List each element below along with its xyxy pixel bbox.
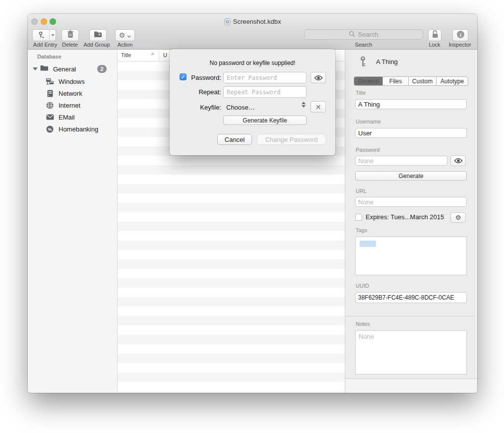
tab-custom[interactable]: Custom — [409, 77, 437, 85]
tag-pill[interactable] — [360, 241, 376, 247]
window-chrome: Screenshot.kdbx + Add Entry Delete — [28, 14, 477, 50]
dialog-keyfile-label: Keyfile: — [177, 104, 221, 111]
username-field[interactable] — [355, 128, 467, 138]
password-field[interactable] — [355, 156, 447, 166]
inspector-button[interactable]: i — [452, 29, 468, 41]
folder-icon — [40, 64, 49, 73]
eye-icon — [454, 158, 463, 164]
sidebar-item-label: General — [53, 65, 76, 73]
lock-open-icon — [431, 30, 439, 41]
tab-autotype[interactable]: Autotype — [437, 77, 468, 85]
svg-text:+: + — [98, 32, 101, 37]
eye-icon — [314, 75, 323, 81]
keyfile-popup[interactable]: Choose… — [226, 104, 255, 111]
inspector-label: Inspector — [448, 42, 471, 48]
repeat-password-input[interactable] — [223, 86, 307, 98]
sidebar-item-label: EMail — [59, 114, 75, 121]
column-header-title[interactable]: Title — [121, 52, 131, 58]
cancel-button[interactable]: Cancel — [217, 134, 252, 145]
sidebar-item-email[interactable]: EMail — [28, 112, 117, 123]
section-divider — [345, 316, 477, 316]
sidebar-item-network[interactable]: Network — [28, 88, 117, 99]
add-group-button[interactable]: + — [89, 29, 107, 41]
notes-field[interactable] — [355, 330, 467, 374]
password-label: Password — [356, 147, 379, 153]
svg-text:+: + — [42, 35, 44, 39]
sidebar-item-label: Windows — [59, 78, 85, 85]
column-divider[interactable] — [159, 51, 159, 60]
globe-icon — [46, 102, 54, 109]
screen: Screenshot.kdbx + Add Entry Delete — [0, 0, 504, 433]
expires-checkbox[interactable] — [355, 214, 362, 221]
search-icon — [349, 31, 355, 39]
stepper-icon[interactable] — [302, 102, 306, 108]
entry-count-badge: 2 — [97, 65, 107, 73]
sort-ascending-icon[interactable]: ^ — [151, 52, 154, 58]
inspector-panel: A Thing General Files Custom Autotype Ti… — [345, 50, 477, 393]
generate-password-button[interactable]: Generate — [355, 171, 467, 181]
disclosure-triangle-icon[interactable] — [33, 67, 38, 70]
search-placeholder: Search — [358, 31, 378, 38]
tab-general[interactable]: General — [354, 77, 383, 85]
chevron-down-icon[interactable] — [50, 34, 56, 36]
app-window: Screenshot.kdbx + Add Entry Delete — [28, 14, 477, 393]
add-entry-button[interactable]: + — [32, 29, 56, 41]
sidebar-item-internet[interactable]: Internet — [28, 100, 117, 111]
info-icon: i — [456, 30, 465, 41]
action-button[interactable]: ⚙ — [115, 29, 135, 41]
add-entry-label: Add Entry — [33, 42, 57, 48]
lock-label: Lock — [429, 42, 440, 48]
generate-keyfile-button[interactable]: Generate Keyfile — [223, 116, 307, 125]
expires-label: Expires: Tues...March 2015 — [366, 213, 444, 221]
add-group-label: Add Group — [83, 42, 110, 48]
reveal-password-button[interactable] — [450, 155, 466, 166]
chevron-down-icon — [127, 31, 131, 40]
uuid-field[interactable] — [355, 292, 467, 303]
lock-button[interactable] — [428, 29, 441, 41]
folder-plus-icon: + — [94, 31, 102, 40]
scrollbar-track[interactable] — [475, 50, 477, 378]
url-field[interactable] — [355, 197, 467, 207]
sidebar-item-label: Homebanking — [59, 125, 98, 133]
key-plus-icon: + — [33, 31, 49, 39]
sidebar-section-header: Database — [37, 54, 62, 60]
titlebar: Screenshot.kdbx — [28, 17, 477, 26]
show-password-button[interactable] — [311, 72, 326, 83]
envelope-icon — [46, 114, 54, 120]
change-password-button[interactable]: Change Password — [257, 134, 326, 145]
sidebar-item-general[interactable]: General 2 — [28, 63, 117, 74]
delete-label: Delete — [62, 42, 78, 48]
dialog-message: No password or keyfile supplied! — [170, 60, 335, 66]
search-input[interactable]: Search — [304, 29, 423, 40]
tab-files[interactable]: Files — [383, 77, 409, 85]
key-icon — [359, 56, 367, 67]
trash-icon — [67, 30, 74, 40]
notes-label: Notes — [356, 321, 370, 327]
search-label: Search — [355, 42, 373, 48]
window-title: Screenshot.kdbx — [233, 18, 281, 25]
sidebar: Database General 2 Windows — [28, 50, 118, 393]
action-label: Action — [118, 42, 133, 48]
dialog-password-label: Password: — [177, 74, 221, 81]
close-x-icon: ✕ — [315, 103, 321, 111]
gear-icon: ⚙ — [119, 32, 126, 39]
column-header-username[interactable]: U — [163, 52, 167, 58]
gear-icon: ⚙ — [455, 214, 461, 221]
expires-settings-button[interactable]: ⚙ — [450, 212, 466, 223]
uuid-label: UUID — [356, 283, 369, 289]
sidebar-item-windows[interactable]: Windows — [28, 76, 117, 87]
enter-password-input[interactable] — [223, 72, 307, 83]
title-label: Title — [356, 90, 366, 96]
clear-keyfile-button[interactable]: ✕ — [311, 101, 326, 113]
tags-box[interactable] — [355, 237, 467, 275]
username-label: Username — [356, 119, 381, 124]
delete-button[interactable] — [62, 29, 79, 41]
url-label: URL — [356, 188, 367, 194]
inspector-footer — [345, 379, 477, 393]
dialog-repeat-label: Repeat: — [177, 88, 221, 96]
title-field[interactable] — [355, 99, 467, 109]
svg-text:%: % — [48, 126, 52, 131]
sidebar-item-homebanking[interactable]: % Homebanking — [28, 124, 117, 134]
windows-icon — [46, 78, 54, 85]
sidebar-item-label: Network — [59, 90, 82, 97]
